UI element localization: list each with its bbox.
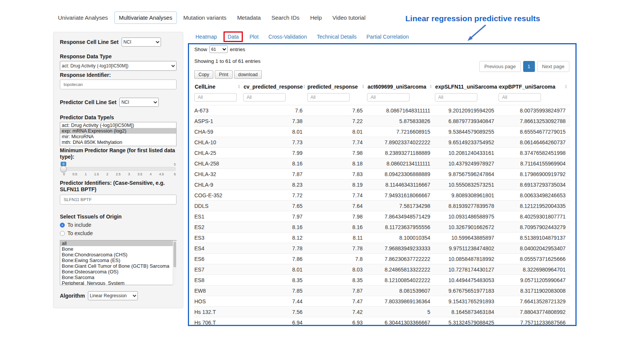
tissue-option[interactable]: Bone:Sarcoma	[60, 275, 176, 280]
table-row[interactable]: Hs 132.T 7.56 7.42 5 8.1645873463184 7.8…	[194, 307, 570, 317]
table-row[interactable]: CHLA-25 7.99 7.98 8.23893271188889 10.20…	[194, 148, 570, 158]
algorithm-select[interactable]: Linear Regression	[88, 291, 138, 300]
exp-slfn11-value: 5.31324579088425	[435, 317, 499, 328]
table-row[interactable]: COG-E-352 7.72 7.74 7.94931618066667 9.8…	[194, 190, 570, 201]
table-row[interactable]: DDLS 7.65 7.64 7.581734298 8.81939277839…	[194, 201, 570, 211]
tissue-option[interactable]: Bone:Ewing Sarcoma (ES)	[60, 257, 176, 263]
column-header[interactable]: expBPTF_uniSarcoma ▲▼	[499, 81, 570, 92]
column-filter-input[interactable]	[435, 93, 477, 101]
predictor-cell-line-set-select[interactable]: NCI	[119, 98, 159, 107]
results-tab[interactable]: Plot	[245, 31, 263, 42]
top-nav-tab[interactable]: Video tutorial	[328, 12, 369, 23]
response-cell-line-set-select[interactable]: NCI	[122, 37, 161, 47]
top-nav-tab[interactable]: Univariate Analyses	[54, 12, 112, 23]
top-nav-tab[interactable]: Metadata	[233, 12, 265, 23]
table-row[interactable]: ES4 7.78 7.78 7.96883949233333 9.9751123…	[194, 243, 570, 254]
export-button[interactable]: download	[234, 70, 262, 79]
tissue-radio[interactable]: To include	[60, 222, 177, 228]
top-nav-tab[interactable]: Help	[306, 12, 326, 23]
act-value: 8.081539607	[367, 286, 435, 296]
predicted-response-value: 7.64	[307, 201, 367, 211]
listbox-option[interactable]: mth: DNA 850K Methylation	[60, 139, 176, 145]
response-data-type-select[interactable]: act: Drug Activity (-log10[IC50M])	[60, 61, 177, 71]
results-tab[interactable]: Partial Correlation	[362, 31, 413, 42]
table-row[interactable]: Hs 706.T 6.94 6.93 6.30441303366667 5.31…	[194, 317, 570, 328]
column-filter-input[interactable]	[307, 93, 350, 101]
table-row[interactable]: ES8 8.35 8.35 8.12100854022222 10.449447…	[194, 275, 570, 286]
entries-per-page-select[interactable]: 61	[209, 45, 228, 53]
sort-icon[interactable]: ▲▼	[429, 84, 432, 89]
column-filter-input[interactable]	[194, 93, 237, 101]
table-row[interactable]: ES6 7.86 7.8 7.86230637722222 10.0858487…	[194, 254, 570, 264]
listbox-option[interactable]: exp: mRNA Expression (log2)	[60, 128, 176, 134]
column-filter-input[interactable]	[367, 93, 410, 101]
sort-icon[interactable]: ▲▼	[564, 84, 567, 89]
tissue-option[interactable]: Peripheral_Nervous_System	[60, 280, 176, 285]
table-row[interactable]: ES2 8.16 8.16 8.11723637955556 10.326790…	[194, 222, 570, 232]
tissue-radio[interactable]: To exclude	[60, 230, 177, 236]
column-filter-input[interactable]	[243, 93, 286, 101]
min-range-slider[interactable]: 0 5 00.511.522.533.544.55	[61, 162, 176, 176]
sort-icon[interactable]: ▲▼	[303, 84, 306, 89]
top-nav-tab[interactable]: Multivariate Analyses	[114, 11, 177, 24]
listbox-option[interactable]: act: Drug Activity (-log10[IC50M])	[60, 122, 176, 128]
tissue-option[interactable]: Bone:Chondrosarcoma (CHS)	[60, 252, 176, 257]
table-row[interactable]: CHA-59 8.01 8.01 7.7216608915 9.53844579…	[194, 126, 570, 137]
table-row[interactable]: CHLA-10 7.73 7.74 7.89023374022222 9.651…	[194, 137, 570, 148]
exp-slfn11-value: 8.1645873463184	[435, 307, 499, 317]
table-row[interactable]: CHLA-258 8.16 8.18 8.08602134111111 10.4…	[194, 158, 570, 169]
top-nav-tab[interactable]: Search IDs	[267, 12, 303, 23]
table-row[interactable]: ES3 8.12 8.11 8.100010354 10.59964388589…	[194, 232, 570, 243]
table-row[interactable]: ES1 7.97 7.98 7.86434948571429 10.093148…	[194, 211, 570, 222]
listbox-scrollbar[interactable]	[173, 241, 177, 285]
predictor-identifiers-input[interactable]	[60, 195, 177, 204]
sort-icon[interactable]: ▲▼	[361, 84, 364, 89]
current-page-button[interactable]: 1	[523, 61, 535, 72]
table-row[interactable]: CHLA-9 8.23 8.19 8.11446343116667 10.555…	[194, 179, 570, 190]
predictor-data-types-listbox[interactable]: act: Drug Activity (-log10[IC50M]) exp: …	[60, 122, 177, 146]
act-value: 5	[367, 307, 435, 317]
export-button[interactable]: Copy	[194, 70, 213, 79]
exp-bptf-value: 8.65554677279015	[499, 126, 570, 137]
slider-track[interactable]	[61, 167, 176, 171]
annotation-title: Linear regression predictive results	[405, 14, 540, 23]
tissue-option[interactable]: Bone:Giant Cell Tumor of Bone (GCTB) Sar…	[60, 263, 176, 269]
column-header[interactable]: cv_predicted_response ▲▼	[243, 81, 307, 92]
slider-handle[interactable]	[60, 166, 67, 172]
table-row[interactable]: ES7 8.01 8.03 8.24865813322222 10.727817…	[194, 264, 570, 275]
predicted-response-value: 8.19	[307, 179, 367, 190]
tissue-option[interactable]: Bone:Osteosarcoma (OS)	[60, 269, 176, 275]
results-tab[interactable]: Data	[224, 31, 243, 42]
column-header[interactable]: predicted_response ▲▼	[307, 81, 367, 92]
exp-slfn11-value: 10.2081240433161	[435, 148, 499, 158]
top-nav-tab[interactable]: Mutation variants	[179, 12, 231, 23]
table-row[interactable]: HOS 7.44 7.47 7.80339869136364 9.1543176…	[194, 296, 570, 307]
predicted-response-value: 7.22	[307, 116, 367, 126]
column-header[interactable]: act609699_uniSarcoma ▲▼	[367, 81, 435, 92]
table-row[interactable]: CHLA-32 7.87 7.83 8.09423306888889 9.875…	[194, 169, 570, 179]
tissue-listbox[interactable]: all Bone Bone:Chondrosarcoma (CHS) Bone:…	[60, 240, 177, 285]
cv-predicted-response-value: 7.44	[243, 296, 307, 307]
tissue-option[interactable]: all	[60, 240, 176, 246]
results-tab[interactable]: Cross-Validation	[264, 31, 311, 42]
table-header-row: CellLine ▲▼ cv_predicted_response ▲▼	[194, 81, 570, 92]
column-header[interactable]: expSLFN11_uniSarcoma ▲▼	[435, 81, 499, 92]
tissue-option[interactable]: Bone	[60, 246, 176, 252]
column-filter-input[interactable]	[499, 93, 541, 101]
table-row[interactable]: ASPS-1 7.38 7.22 5.875833826 6.887977393…	[194, 116, 570, 126]
response-identifier-input[interactable]	[60, 80, 177, 89]
results-tab[interactable]: Heatmap	[191, 31, 221, 42]
listbox-scrollbar-thumb[interactable]	[174, 242, 176, 267]
exp-slfn11-value: 9.15431765291893	[435, 296, 499, 307]
results-tab[interactable]: Technical Details	[313, 31, 361, 42]
table-row[interactable]: EW8 7.85 7.87 8.081539607 9.676756519771…	[194, 286, 570, 296]
column-header-label: predicted_response	[308, 84, 358, 90]
listbox-option[interactable]: mir: MicroRNA	[60, 134, 176, 139]
table-row[interactable]: A-673 7.6 7.65 8.08671648311111 9.201209…	[194, 105, 570, 116]
column-header[interactable]: CellLine ▲▼	[194, 81, 243, 92]
next-page-button[interactable]: Next page	[537, 61, 569, 72]
export-button[interactable]: Print	[215, 70, 233, 79]
sort-icon[interactable]: ▲▼	[238, 84, 241, 89]
previous-page-button[interactable]: Previous page	[479, 61, 521, 72]
slider-tick-label: 1.5	[93, 172, 100, 176]
